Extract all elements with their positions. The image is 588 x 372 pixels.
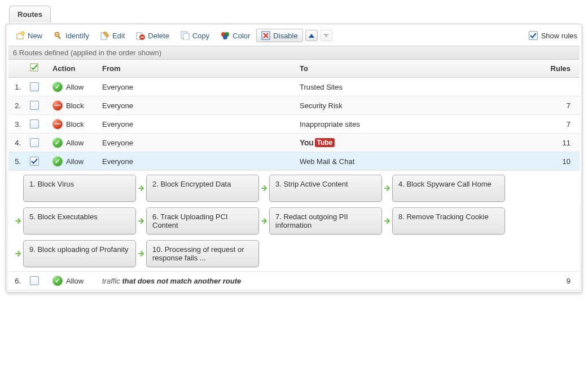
rule-box[interactable]: 3. Strip Active Content bbox=[269, 175, 382, 202]
route-rules-count: 7 bbox=[567, 101, 571, 110]
copy-icon bbox=[181, 31, 190, 40]
copy-button[interactable]: Copy bbox=[175, 29, 214, 42]
col-from[interactable]: From bbox=[98, 60, 295, 78]
row-checkbox[interactable] bbox=[30, 101, 39, 110]
row-index: 6. bbox=[8, 272, 25, 290]
table-row[interactable]: 6. ✓Allow traffic that does not match an… bbox=[8, 272, 580, 290]
route-from: Everyone bbox=[102, 101, 133, 110]
svg-point-2 bbox=[21, 32, 24, 35]
row-index: 5. bbox=[8, 152, 25, 171]
row-index: 2. bbox=[8, 96, 25, 115]
col-to[interactable]: To bbox=[295, 60, 540, 78]
allow-icon: ✓ bbox=[52, 82, 63, 92]
col-rules[interactable]: Rules bbox=[540, 60, 580, 78]
table-header-row: Action From To Rules bbox=[8, 60, 580, 78]
rules-flow: 1. Block Virus2. Block Encrypted Data3. … bbox=[13, 175, 575, 267]
flow-arrow-icon bbox=[259, 184, 269, 192]
new-button[interactable]: New bbox=[11, 29, 47, 42]
disable-button[interactable]: Disable bbox=[256, 29, 302, 42]
col-action[interactable]: Action bbox=[48, 60, 98, 78]
table-row[interactable]: 2. —Block Everyone Security Risk 7 bbox=[8, 96, 580, 115]
route-rules-count: 10 bbox=[563, 157, 571, 166]
rule-box[interactable]: 4. Block Spyware Call Home bbox=[392, 175, 505, 202]
rule-box[interactable]: 9. Block uploading of Profanity bbox=[23, 240, 136, 267]
rule-box[interactable]: 1. Block Virus bbox=[23, 175, 136, 202]
block-icon: — bbox=[52, 119, 63, 129]
route-from: Everyone bbox=[102, 83, 133, 91]
flow-arrow-icon bbox=[382, 184, 392, 192]
youtube-logo: You Tube bbox=[300, 138, 335, 147]
rule-box[interactable]: 7. Redact outgoing PII information bbox=[269, 207, 382, 234]
move-up-button[interactable] bbox=[305, 30, 318, 41]
rule-box[interactable]: 2. Block Encrypted Data bbox=[146, 175, 259, 202]
delete-label: Delete bbox=[148, 32, 169, 40]
svg-point-13 bbox=[223, 35, 227, 39]
action-label: Allow bbox=[66, 277, 84, 285]
rule-box[interactable]: 10. Processing of request or response fa… bbox=[146, 240, 259, 267]
select-all-icon[interactable] bbox=[30, 63, 39, 74]
move-down-button[interactable] bbox=[320, 30, 332, 41]
table-row[interactable]: 1. ✓Allow Everyone Trusted Sites bbox=[8, 78, 580, 96]
row-index: 1. bbox=[8, 78, 25, 96]
allow-icon: ✓ bbox=[52, 276, 63, 286]
rule-box[interactable]: 8. Remove Tracking Cookie bbox=[392, 207, 505, 234]
row-index: 3. bbox=[8, 115, 25, 134]
toolbar: New Identify Edit Delete bbox=[8, 28, 580, 46]
delete-icon bbox=[136, 31, 145, 40]
action-label: Block bbox=[66, 120, 84, 129]
table-row[interactable]: 4. ✓Allow Everyone You Tube 11 bbox=[8, 134, 580, 152]
row-index: 4. bbox=[8, 134, 25, 152]
disable-label: Disable bbox=[273, 32, 297, 40]
youtube-tube: Tube bbox=[315, 138, 335, 147]
svg-point-3 bbox=[55, 32, 59, 37]
routes-table: Action From To Rules 1. ✓Allow Everyone … bbox=[8, 60, 580, 290]
flow-arrow-icon bbox=[382, 217, 392, 225]
allow-icon: ✓ bbox=[52, 138, 63, 148]
table-row[interactable]: 5. ✓Allow Everyone Web Mail & Chat 10 bbox=[8, 152, 580, 171]
catch-all-text: traffic that does not match another rout… bbox=[102, 277, 241, 285]
show-rules-checkbox[interactable] bbox=[529, 31, 538, 40]
allow-icon: ✓ bbox=[52, 156, 63, 166]
table-row[interactable]: 3. —Block Everyone Inappropriate sites 7 bbox=[8, 115, 580, 134]
color-icon bbox=[221, 31, 230, 40]
disable-icon bbox=[261, 31, 270, 40]
color-button[interactable]: Color bbox=[216, 29, 255, 42]
col-select[interactable] bbox=[25, 60, 48, 78]
row-checkbox[interactable] bbox=[30, 157, 39, 166]
edit-label: Edit bbox=[112, 32, 125, 40]
edit-icon bbox=[100, 31, 109, 40]
flow-arrow-icon bbox=[13, 217, 23, 225]
rule-box[interactable]: 5. Block Executables bbox=[23, 207, 136, 234]
flow-arrow-icon bbox=[136, 184, 146, 192]
svg-marker-1 bbox=[18, 32, 20, 34]
route-to: Security Risk bbox=[300, 101, 343, 110]
color-label: Color bbox=[232, 32, 250, 40]
svg-rect-4 bbox=[58, 36, 61, 39]
check-icon bbox=[530, 32, 537, 39]
new-icon bbox=[16, 31, 25, 40]
route-rules-count: 7 bbox=[567, 120, 571, 129]
show-rules-toggle[interactable]: Show rules bbox=[529, 31, 577, 40]
route-rules-count: 11 bbox=[563, 139, 571, 147]
flow-arrow-icon bbox=[136, 250, 146, 258]
flow-arrow-icon bbox=[259, 217, 269, 225]
arrow-down-icon bbox=[323, 34, 329, 38]
route-to: Web Mail & Chat bbox=[300, 157, 354, 166]
identify-button[interactable]: Identify bbox=[49, 29, 94, 42]
edit-button[interactable]: Edit bbox=[95, 29, 130, 42]
row-checkbox[interactable] bbox=[30, 276, 39, 285]
tab-routes[interactable]: Routes bbox=[9, 6, 51, 23]
action-label: Allow bbox=[66, 83, 84, 91]
flow-arrow-icon bbox=[136, 217, 146, 225]
row-checkbox[interactable] bbox=[30, 82, 39, 91]
arrow-up-icon bbox=[309, 34, 314, 38]
youtube-you: You bbox=[300, 138, 314, 147]
rule-box[interactable]: 6. Track Uploading PCI Content bbox=[146, 207, 259, 234]
route-rules-count: 9 bbox=[567, 277, 571, 285]
row-checkbox[interactable] bbox=[30, 119, 39, 129]
row-checkbox[interactable] bbox=[30, 138, 39, 147]
col-index bbox=[8, 60, 25, 78]
block-icon: — bbox=[52, 100, 63, 110]
delete-button[interactable]: Delete bbox=[131, 29, 174, 42]
check-icon bbox=[31, 158, 38, 165]
